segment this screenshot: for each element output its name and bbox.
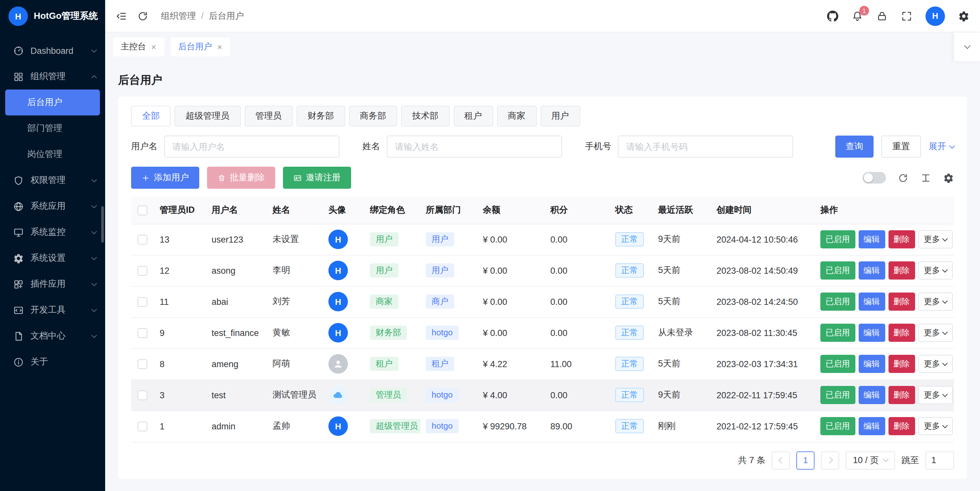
role-tab-6[interactable]: 租户 <box>453 106 493 127</box>
column-settings-icon[interactable] <box>943 172 954 183</box>
row-avatar[interactable] <box>328 354 348 373</box>
enabled-button[interactable]: 已启用 <box>820 292 855 311</box>
breadcrumb-parent[interactable]: 组织管理 <box>161 10 196 22</box>
role-tab-5[interactable]: 技术部 <box>401 106 449 127</box>
role-tab-3[interactable]: 财务部 <box>297 106 345 127</box>
sidebar-scrollbar[interactable] <box>101 206 104 243</box>
role-tab-7[interactable]: 商家 <box>497 106 536 127</box>
collapse-menu-icon[interactable] <box>116 10 127 22</box>
role-tab-0[interactable]: 全部 <box>131 106 171 127</box>
app-logo[interactable]: H HotGo管理系统 <box>0 0 105 32</box>
row-checkbox[interactable] <box>138 266 147 276</box>
fullscreen-icon[interactable] <box>901 10 913 22</box>
route-tab-console[interactable]: 主控台× <box>113 37 164 56</box>
role-tab-4[interactable]: 商务部 <box>349 106 397 127</box>
sidebar-item-docs[interactable]: 文档中心 <box>0 323 105 349</box>
row-avatar[interactable]: H <box>328 261 348 280</box>
enabled-button[interactable]: 已启用 <box>820 417 855 435</box>
more-button[interactable]: 更多 <box>918 292 952 311</box>
sidebar-item-system-app[interactable]: 系统应用 <box>0 193 105 219</box>
enabled-button[interactable]: 已启用 <box>820 261 855 280</box>
row-checkbox[interactable] <box>138 391 147 400</box>
row-avatar[interactable]: H <box>328 230 348 249</box>
reset-button[interactable]: 重置 <box>881 135 921 157</box>
sidebar-subitem-backend-users[interactable]: 后台用户 <box>5 89 100 116</box>
edit-button[interactable]: 编辑 <box>858 292 885 311</box>
user-avatar[interactable]: H <box>926 6 945 25</box>
search-button[interactable]: 查询 <box>835 135 873 157</box>
more-button[interactable]: 更多 <box>918 261 952 280</box>
enabled-button[interactable]: 已启用 <box>820 230 855 248</box>
more-button[interactable]: 更多 <box>918 324 952 342</box>
jump-page-input[interactable] <box>926 451 954 469</box>
next-page-button[interactable] <box>821 451 839 469</box>
notifications-button[interactable]: 1 <box>851 10 863 22</box>
delete-button[interactable]: 删除 <box>888 417 915 435</box>
sidebar-item-dashboard[interactable]: Dashboard <box>0 38 105 64</box>
invite-register-button[interactable]: 邀请注册 <box>283 167 351 189</box>
realname-input[interactable] <box>387 135 562 157</box>
add-user-button[interactable]: 添加用户 <box>131 167 199 189</box>
sidebar-item-system-settings[interactable]: 系统设置 <box>0 245 105 271</box>
row-checkbox[interactable] <box>138 297 147 307</box>
more-button[interactable]: 更多 <box>918 355 952 373</box>
sidebar-item-about[interactable]: 关于 <box>0 349 105 375</box>
enabled-button[interactable]: 已启用 <box>820 355 855 373</box>
prev-page-button[interactable] <box>772 451 790 469</box>
row-avatar[interactable] <box>328 385 348 405</box>
edit-button[interactable]: 编辑 <box>858 261 885 280</box>
row-checkbox[interactable] <box>138 235 147 245</box>
row-checkbox[interactable] <box>138 422 147 431</box>
expand-filters-link[interactable]: 展开 <box>929 141 954 153</box>
sidebar-subitem-post[interactable]: 岗位管理 <box>0 141 105 167</box>
density-icon[interactable] <box>920 172 931 183</box>
more-button[interactable]: 更多 <box>918 386 952 404</box>
username-input[interactable] <box>164 135 339 157</box>
enabled-button[interactable]: 已启用 <box>820 386 855 404</box>
row-checkbox[interactable] <box>138 359 147 369</box>
edit-button[interactable]: 编辑 <box>858 355 885 373</box>
reload-table-icon[interactable] <box>897 172 908 183</box>
lock-icon[interactable] <box>876 10 888 22</box>
striped-toggle[interactable] <box>862 172 886 184</box>
delete-button[interactable]: 删除 <box>888 386 915 404</box>
edit-button[interactable]: 编辑 <box>858 417 885 435</box>
mobile-input[interactable] <box>618 135 793 157</box>
sidebar-item-devtools[interactable]: 开发工具 <box>0 297 105 323</box>
route-tab-backend-users[interactable]: 后台用户× <box>170 37 230 56</box>
sidebar-item-plugins[interactable]: 插件应用 <box>0 271 105 297</box>
close-icon[interactable]: × <box>151 42 156 52</box>
edit-button[interactable]: 编辑 <box>858 324 885 342</box>
batch-delete-button[interactable]: 批量删除 <box>207 167 275 189</box>
more-button[interactable]: 更多 <box>918 230 952 248</box>
role-tab-2[interactable]: 管理员 <box>244 106 293 127</box>
settings-icon[interactable] <box>958 10 970 22</box>
edit-button[interactable]: 编辑 <box>858 230 885 248</box>
sidebar-item-organization[interactable]: 组织管理 <box>0 64 105 89</box>
sidebar-item-permission[interactable]: 权限管理 <box>0 167 105 193</box>
row-avatar[interactable]: H <box>328 323 348 342</box>
more-button[interactable]: 更多 <box>918 417 952 435</box>
delete-button[interactable]: 删除 <box>888 230 915 248</box>
delete-button[interactable]: 删除 <box>888 324 915 342</box>
tabbar-dropdown-button[interactable] <box>954 32 980 61</box>
close-icon[interactable]: × <box>217 42 222 52</box>
github-icon[interactable] <box>827 10 838 22</box>
delete-button[interactable]: 删除 <box>888 292 915 311</box>
refresh-icon[interactable] <box>137 10 149 22</box>
select-all-checkbox[interactable] <box>138 205 147 215</box>
row-avatar[interactable]: H <box>328 292 348 311</box>
enabled-button[interactable]: 已启用 <box>820 324 855 342</box>
row-avatar[interactable]: H <box>328 416 348 436</box>
delete-button[interactable]: 删除 <box>888 355 915 373</box>
delete-button[interactable]: 删除 <box>888 261 915 280</box>
role-tab-1[interactable]: 超级管理员 <box>175 106 240 127</box>
page-size-select[interactable]: 10 / 页 <box>846 451 895 469</box>
sidebar-item-system-monitor[interactable]: 系统监控 <box>0 219 105 245</box>
edit-button[interactable]: 编辑 <box>858 386 885 404</box>
sidebar-subitem-department[interactable]: 部门管理 <box>0 116 105 141</box>
row-checkbox[interactable] <box>138 328 147 338</box>
breadcrumb-current[interactable]: 后台用户 <box>209 10 244 22</box>
role-tab-8[interactable]: 用户 <box>540 106 580 127</box>
page-1-button[interactable]: 1 <box>796 451 815 469</box>
